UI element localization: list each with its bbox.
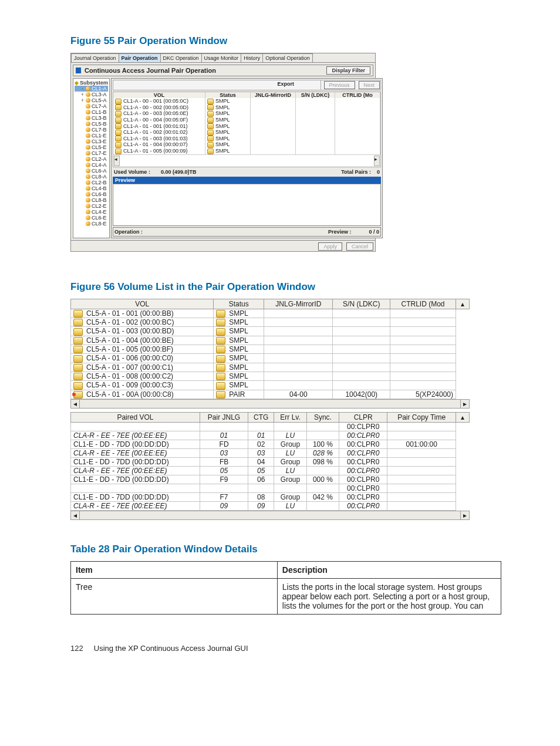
tree-item-cl2-e[interactable]: CL2-E <box>75 203 108 209</box>
scroll-left-icon[interactable]: ◂ <box>71 511 80 519</box>
col-header[interactable]: CTG <box>248 412 274 422</box>
table-row[interactable]: CL5-A - 01 - 006 (00:00:C0)SMPL <box>71 354 470 363</box>
table-row[interactable]: CL5-A - 01 - 009 (00:00:C3)SMPL <box>71 381 470 390</box>
hscrollbar-bottom[interactable]: ◂ ▸ <box>70 511 470 520</box>
col-header[interactable]: Pair Copy Time <box>387 412 456 422</box>
col-header[interactable]: Paired VOL <box>71 412 200 422</box>
col-header[interactable]: Status <box>205 92 251 98</box>
tree-item-cl6-e[interactable]: CL6-E <box>75 215 108 221</box>
table-row[interactable]: CL1-A - 00 - 004 (00:05:0F)SMPL <box>113 117 380 123</box>
col-header[interactable]: VOL <box>71 299 214 309</box>
table-row[interactable]: CL5-A - 01 - 007 (00:00:C1)SMPL <box>71 363 470 372</box>
table-row[interactable]: CL1-A - 01 - 003 (00:01:03)SMPL <box>113 136 380 142</box>
subsystem-tree[interactable]: ◆ Subsystem -CL1-A+CL3-A+CL5-ACL7-ACL1-B… <box>73 78 110 238</box>
table-row[interactable]: CLA-R - EE - 7EE (00:EE:EE)0505LU00:CLPR… <box>71 466 470 475</box>
col-header[interactable]: S/N (LDKC) <box>333 299 390 309</box>
tab-pair-operation[interactable]: Pair Operation <box>119 53 161 62</box>
col-header[interactable]: CTRLID (Mo <box>335 92 380 98</box>
tree-item-cl6-a[interactable]: CL6-A <box>75 168 108 174</box>
table-row[interactable]: CL1-A - 00 - 003 (00:05:0E)SMPL <box>113 110 380 117</box>
table-row[interactable]: CL1-E - DD - 7DD (00:DD:DD)FB04Group098 … <box>71 457 470 466</box>
table-row[interactable]: CL1-A - 01 - 005 (00:00:09)SMPL <box>113 148 380 154</box>
paired-volume-table[interactable]: Paired VOLPair JNLGCTGErr Lv.Sync.CLPRPa… <box>70 412 470 511</box>
tree-item-cl4-a[interactable]: CL4-A <box>75 162 108 168</box>
table-row[interactable]: 00:CLPR0 <box>71 484 470 492</box>
tree-item-cl1-a[interactable]: -CL1-A <box>75 86 108 92</box>
tab-history[interactable]: History <box>241 53 263 62</box>
display-filter-button[interactable]: Display Filter <box>326 66 370 75</box>
tree-item-cl8-a[interactable]: CL8-A <box>75 174 108 180</box>
tree-expand-icon[interactable]: + <box>80 97 85 103</box>
col-header[interactable]: JNLG-MirrorID <box>264 299 333 309</box>
col-header[interactable]: S/N (LDKC) <box>296 92 335 98</box>
table-row[interactable]: CL5-A - 01 - 00A (00:00:C8)PAIR04-001004… <box>71 390 470 399</box>
tree-expand-icon[interactable]: + <box>80 92 85 97</box>
scroll-right-icon[interactable]: ▸ <box>374 156 380 166</box>
scroll-right-icon[interactable]: ▸ <box>460 400 469 408</box>
tree-item-cl5-e[interactable]: CL5-E <box>75 144 108 150</box>
col-header[interactable]: Status <box>214 299 264 309</box>
scroll-left-icon[interactable]: ◂ <box>114 156 120 166</box>
tree-item-cl7-b[interactable]: CL7-B <box>75 127 108 133</box>
tree-item-cl8-e[interactable]: CL8-E <box>75 221 108 227</box>
vscrollbar[interactable]: ▴ <box>456 299 470 309</box>
table-row[interactable]: CL5-A - 01 - 003 (00:00:BD)SMPL <box>71 327 470 336</box>
scroll-right-icon[interactable]: ▸ <box>460 511 469 519</box>
prev-button[interactable]: Previous <box>324 81 355 89</box>
vscrollbar[interactable]: ▴ <box>456 412 470 422</box>
tree-item-cl2-a[interactable]: CL2-A <box>75 156 108 162</box>
tree-item-cl4-e[interactable]: CL4-E <box>75 209 108 215</box>
tree-item-cl7-e[interactable]: CL7-E <box>75 150 108 156</box>
tree-item-cl5-a[interactable]: +CL5-A <box>75 97 108 103</box>
tab-usage-monitor[interactable]: Usage Monitor <box>201 53 242 62</box>
export-header[interactable]: Export <box>251 80 321 90</box>
tab-dkc-operation[interactable]: DKC Operation <box>160 53 202 62</box>
col-header[interactable]: Sync. <box>306 412 339 422</box>
table-row[interactable]: CL5-A - 01 - 004 (00:00:BE)SMPL <box>71 336 470 345</box>
table-row[interactable]: CL5-A - 01 - 008 (00:00:C2)SMPL <box>71 372 470 380</box>
col-header[interactable]: Pair JNLG <box>200 412 248 422</box>
volume-grid[interactable]: VOLStatusJNLG-MirrorIDS/N (LDKC)CTRLID (… <box>113 92 381 167</box>
table-row[interactable]: CL1-A - 00 - 001 (00:05:0C)SMPL <box>113 98 380 104</box>
tab-journal-operation[interactable]: Journal Operation <box>71 53 119 62</box>
tree-item-cl8-b[interactable]: CL8-B <box>75 197 108 203</box>
tree-item-cl2-b[interactable]: CL2-B <box>75 180 108 185</box>
table-row[interactable]: CL1-A - 01 - 002 (00:01:02)SMPL <box>113 129 380 136</box>
tree-item-cl4-b[interactable]: CL4-B <box>75 185 108 191</box>
tree-item-cl1-e[interactable]: CL1-E <box>75 133 108 139</box>
table-row[interactable]: 00:CLPR0 <box>71 422 470 431</box>
table-row[interactable]: CL5-A - 01 - 005 (00:00:BF)SMPL <box>71 345 470 353</box>
tree-item-cl3-e[interactable]: CL3-E <box>75 139 108 144</box>
scroll-left-icon[interactable]: ◂ <box>71 400 80 408</box>
table-row[interactable]: CL5-A - 01 - 001 (00:00:BB)SMPL <box>71 309 470 318</box>
table-row[interactable]: CL1-A - 00 - 002 (00:05:0D)SMPL <box>113 104 380 111</box>
tree-expand-icon[interactable]: - <box>80 86 85 92</box>
table-row[interactable]: CLA-R - EE - 7EE (00:EE:EE)0909LU00:CLPR… <box>71 501 470 510</box>
table-row[interactable]: CL1-E - DD - 7DD (00:DD:DD)F708Group042 … <box>71 492 470 501</box>
col-header[interactable]: CTRLID (Mod <box>390 299 456 309</box>
tab-optional-operation[interactable]: Optional Operation <box>262 53 313 62</box>
top-volume-table[interactable]: VOLStatusJNLG-MirrorIDS/N (LDKC)CTRLID (… <box>70 299 470 399</box>
col-header[interactable]: Err Lv. <box>274 412 307 422</box>
table-row[interactable]: CL1-E - DD - 7DD (00:DD:DD)F906Group000 … <box>71 475 470 484</box>
apply-button[interactable]: Apply <box>318 242 342 251</box>
tree-root[interactable]: ◆ Subsystem <box>75 80 108 86</box>
table-row[interactable]: CLA-R - EE - 7EE (00:EE:EE)0101LU00:CLPR… <box>71 431 470 440</box>
tree-item-cl1-b[interactable]: CL1-B <box>75 109 108 115</box>
table-row[interactable]: CL5-A - 01 - 002 (00:00:BC)SMPL <box>71 318 470 326</box>
table-row[interactable]: CL1-A - 01 - 004 (00:00:07)SMPL <box>113 141 380 148</box>
next-button[interactable]: Next <box>359 81 380 89</box>
tree-item-cl3-b[interactable]: CL3-B <box>75 115 108 121</box>
tree-item-cl6-b[interactable]: CL6-B <box>75 191 108 197</box>
cancel-button[interactable]: Cancel <box>346 242 373 251</box>
tree-item-cl3-a[interactable]: +CL3-A <box>75 92 108 97</box>
tree-item-cl5-b[interactable]: CL5-B <box>75 121 108 127</box>
col-header[interactable]: CLPR <box>339 412 387 422</box>
table-row[interactable]: CLA-R - EE - 7EE (00:EE:EE)0303LU028 %00… <box>71 448 470 457</box>
table-row[interactable]: CL1-E - DD - 7DD (00:DD:DD)FD02Group100 … <box>71 440 470 448</box>
col-header[interactable]: VOL <box>113 92 205 98</box>
table-row[interactable]: CL1-A - 01 - 001 (00:01:01)SMPL <box>113 123 380 130</box>
hscrollbar-top[interactable]: ◂ ▸ <box>70 399 470 409</box>
tree-item-cl7-a[interactable]: CL7-A <box>75 103 108 109</box>
col-header[interactable]: JNLG-MirrorID <box>251 92 296 98</box>
